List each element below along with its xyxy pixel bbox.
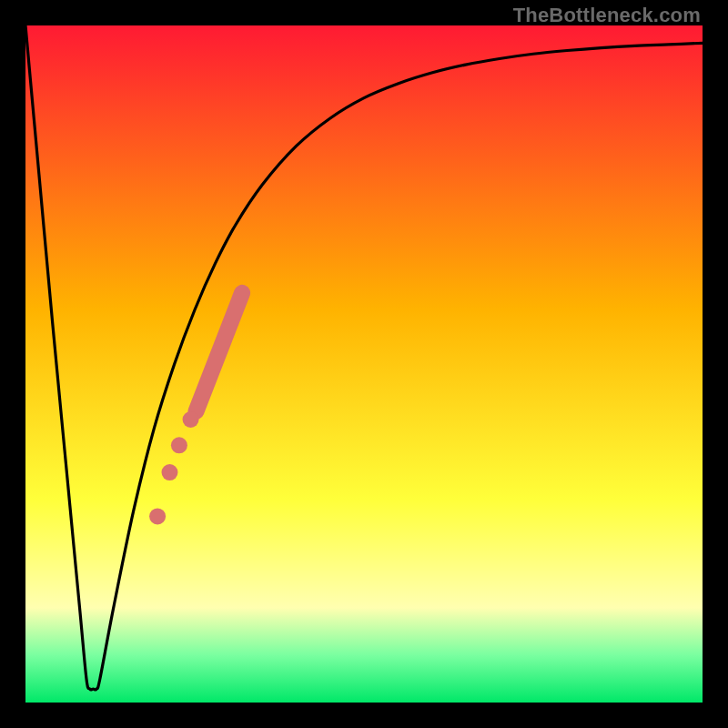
bottleneck-curve	[25, 25, 703, 690]
data-marker	[161, 464, 177, 480]
data-marker	[149, 508, 166, 524]
highlight-segment	[196, 293, 242, 411]
data-marker	[171, 437, 187, 453]
watermark: TheBottleneck.com	[513, 4, 701, 27]
data-marker	[183, 411, 199, 428]
chart-overlay	[25, 25, 703, 703]
data-markers	[149, 411, 198, 524]
